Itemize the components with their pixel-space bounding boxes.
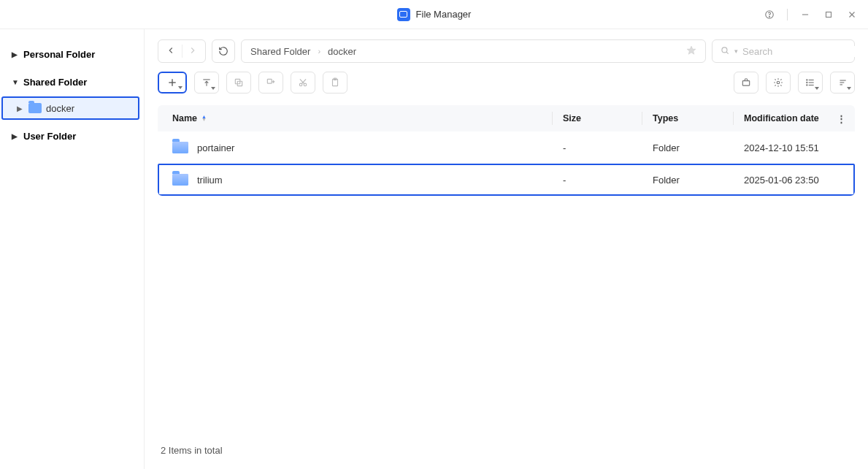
svg-point-28 <box>807 82 807 83</box>
titlebar: File Manager <box>0 0 868 29</box>
star-favorite-button[interactable] <box>686 45 696 58</box>
sidebar: ▶ Personal Folder ▼ Shared Folder ▶ dock… <box>0 29 145 469</box>
divider <box>733 112 734 125</box>
folder-icon <box>28 103 42 113</box>
column-header-size[interactable]: Size <box>563 113 642 123</box>
breadcrumb-item-docker[interactable]: docker <box>328 46 356 57</box>
file-table: Name ▲▼ Size Types Modification date ⋮ p… <box>158 105 855 196</box>
file-name: portainer <box>197 142 234 153</box>
view-list-button[interactable] <box>798 72 823 94</box>
sidebar-item-label: docker <box>46 103 74 114</box>
svg-rect-22 <box>742 81 749 85</box>
cut-button[interactable] <box>291 72 315 94</box>
divider <box>552 112 553 125</box>
status-bar: 2 Items in total <box>158 438 855 463</box>
file-name: trilium <box>197 175 223 186</box>
upload-button[interactable] <box>194 72 219 94</box>
file-type: Folder <box>653 175 733 186</box>
sidebar-item-label: Personal Folder <box>23 49 95 60</box>
file-modified: 2024-12-10 15:51 <box>744 142 855 153</box>
sidebar-item-personal-folder[interactable]: ▶ Personal Folder <box>0 42 144 66</box>
sort-indicator-icon: ▲▼ <box>201 115 207 121</box>
refresh-button[interactable] <box>212 39 235 63</box>
breadcrumb: Shared Folder › docker <box>241 39 706 63</box>
move-button[interactable] <box>258 72 283 94</box>
chevron-right-icon: ▶ <box>12 132 19 140</box>
breadcrumb-item-shared-folder[interactable]: Shared Folder <box>250 46 310 57</box>
close-button[interactable] <box>846 9 858 20</box>
separator <box>787 9 788 20</box>
table-header-row: Name ▲▼ Size Types Modification date ⋮ <box>158 105 855 131</box>
chevron-right-icon: ▶ <box>12 50 19 58</box>
svg-rect-3 <box>826 12 831 17</box>
column-header-label: Size <box>563 113 581 123</box>
table-row[interactable]: portainer - Folder 2024-12-10 15:51 <box>158 131 855 164</box>
chevron-right-icon: › <box>318 47 320 56</box>
minimize-button[interactable] <box>799 9 811 20</box>
separator <box>182 45 183 58</box>
search-input-wrapper[interactable]: ▾ <box>712 39 855 63</box>
sidebar-item-shared-folder[interactable]: ▼ Shared Folder <box>0 70 144 94</box>
column-header-label: Types <box>653 113 678 123</box>
file-size: - <box>563 142 642 153</box>
search-icon <box>720 45 730 58</box>
svg-point-1 <box>769 16 770 17</box>
settings-button[interactable] <box>766 72 791 94</box>
search-input[interactable] <box>742 46 865 57</box>
forward-button[interactable] <box>188 45 198 58</box>
search-dropdown-icon[interactable]: ▾ <box>734 47 738 55</box>
file-type: Folder <box>653 142 733 153</box>
chevron-down-icon: ▼ <box>12 78 19 86</box>
svg-line-8 <box>726 52 729 54</box>
main-panel: Shared Folder › docker ▾ <box>145 29 868 469</box>
svg-rect-15 <box>267 79 272 83</box>
column-header-name[interactable]: Name ▲▼ <box>172 113 552 123</box>
add-new-button[interactable] <box>158 72 187 94</box>
maximize-button[interactable] <box>823 9 834 20</box>
column-header-types[interactable]: Types <box>653 113 733 123</box>
file-size: - <box>563 175 642 186</box>
file-modified: 2025-01-06 23:50 <box>744 175 855 186</box>
toolbox-button[interactable] <box>734 72 758 94</box>
column-header-label: Name <box>172 113 197 123</box>
back-button[interactable] <box>166 45 176 58</box>
chevron-right-icon: ▶ <box>17 104 24 113</box>
paste-button[interactable] <box>323 72 347 94</box>
svg-point-29 <box>807 85 807 85</box>
app-icon <box>397 8 410 21</box>
sidebar-item-docker[interactable]: ▶ docker <box>1 96 139 120</box>
copy-button[interactable] <box>226 72 251 94</box>
folder-icon <box>172 142 188 153</box>
column-menu-button[interactable]: ⋮ <box>837 113 846 124</box>
sidebar-item-label: Shared Folder <box>23 77 87 88</box>
window-title: File Manager <box>416 9 472 20</box>
sidebar-item-label: User Folder <box>23 131 76 142</box>
svg-point-23 <box>777 81 780 84</box>
sort-button[interactable] <box>830 72 855 94</box>
divider <box>642 112 642 125</box>
folder-icon <box>172 174 188 186</box>
help-button[interactable] <box>764 9 775 20</box>
nav-back-forward-group <box>158 39 206 63</box>
sidebar-item-user-folder[interactable]: ▶ User Folder <box>0 124 144 148</box>
svg-point-27 <box>807 80 807 80</box>
column-header-label: Modification date <box>744 113 819 123</box>
svg-marker-6 <box>687 46 696 54</box>
svg-point-7 <box>722 47 727 52</box>
table-row[interactable]: trilium - Folder 2025-01-06 23:50 <box>158 164 855 196</box>
